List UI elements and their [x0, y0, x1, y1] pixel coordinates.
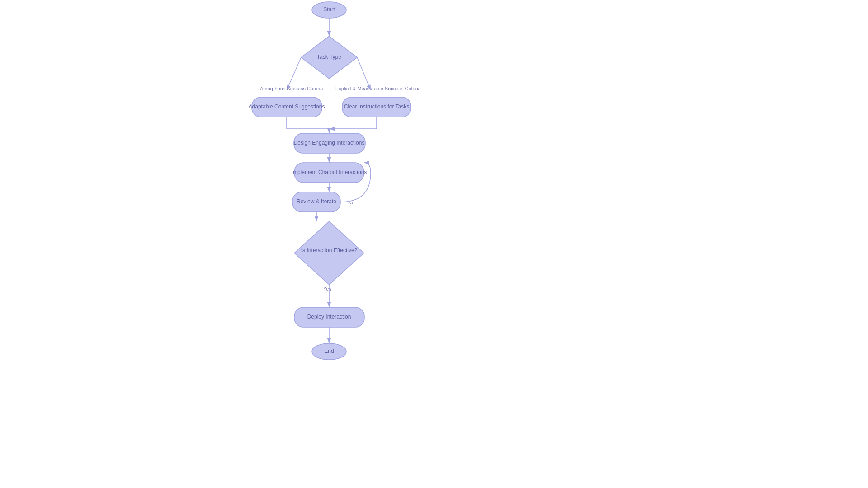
end-label: End [324, 348, 334, 354]
start-label: Start [323, 6, 335, 13]
design-engaging-label: Design Engaging Interactions [294, 140, 365, 146]
task-type-label: Task Type [317, 54, 341, 60]
arrow-clear-to-design [329, 117, 377, 129]
amorphous-label: Amorphous Success Criteria [260, 86, 323, 91]
yes-label: Yes [323, 286, 331, 291]
clear-instructions-label: Clear Instructions for Tasks [344, 103, 410, 110]
adaptable-label: Adaptable Content Suggestions [249, 103, 325, 110]
review-label: Review & Iterate [297, 198, 336, 205]
is-effective-label: Is Interaction Effective? [301, 247, 358, 253]
deploy-label: Deploy Interaction [307, 314, 351, 320]
flowchart-container: Start Task Type Amorphous Success Criter… [0, 0, 868, 488]
implement-label: Implement Chatbot Interactions [292, 169, 367, 175]
explicit-label: Explicit & Measurable Success Criteria [335, 86, 421, 91]
arrow-adaptable-to-design [287, 117, 329, 133]
